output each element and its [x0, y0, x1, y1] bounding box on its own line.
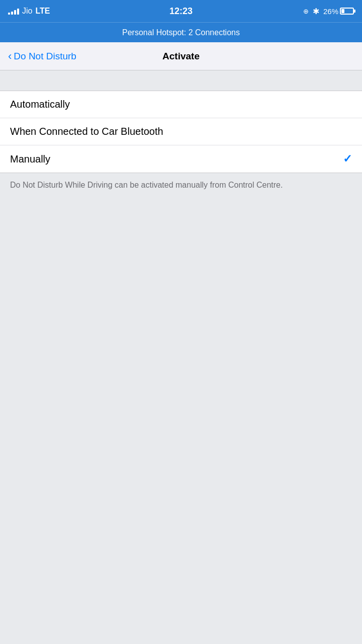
back-button[interactable]: ‹ Do Not Disturb: [8, 51, 76, 62]
option-automatically[interactable]: Automatically: [0, 91, 362, 118]
hotspot-bar: Personal Hotspot: 2 Connections: [0, 22, 362, 42]
description-text: Do Not Disturb While Driving can be acti…: [10, 181, 283, 189]
option-manually[interactable]: Manually ✓: [0, 145, 362, 173]
signal-bar-1: [8, 13, 10, 15]
signal-bar-4: [17, 9, 19, 15]
signal-bar-2: [11, 12, 13, 15]
section-gap-top: [0, 70, 362, 91]
page-title: Activate: [162, 51, 200, 62]
status-bar-left: Jio LTE: [8, 7, 50, 16]
description-area: Do Not Disturb While Driving can be acti…: [0, 173, 362, 199]
battery-container: 26%: [323, 7, 354, 16]
back-chevron-icon: ‹: [8, 51, 12, 62]
status-bar-right: ⊕ ✱ 26%: [303, 7, 354, 16]
selected-checkmark-icon: ✓: [343, 152, 352, 166]
battery-percent: 26%: [323, 7, 338, 16]
back-label: Do Not Disturb: [14, 51, 76, 62]
status-bar: Jio LTE 12:23 ⊕ ✱ 26%: [0, 0, 362, 22]
option-manually-label: Manually: [10, 153, 50, 165]
navigation-header: ‹ Do Not Disturb Activate: [0, 42, 362, 70]
bluetooth-icon: ✱: [313, 7, 319, 16]
options-list: Automatically When Connected to Car Blue…: [0, 91, 362, 173]
battery-icon: [340, 8, 354, 15]
option-automatically-label: Automatically: [10, 99, 70, 110]
network-label: LTE: [35, 7, 50, 16]
option-car-bluetooth-label: When Connected to Car Bluetooth: [10, 126, 163, 137]
option-car-bluetooth[interactable]: When Connected to Car Bluetooth: [0, 118, 362, 145]
signal-bars: [8, 8, 19, 15]
hotspot-text: Personal Hotspot: 2 Connections: [122, 28, 240, 37]
signal-bar-3: [14, 10, 16, 15]
battery-fill: [341, 9, 344, 13]
carrier-label: Jio: [22, 7, 32, 16]
main-content: Automatically When Connected to Car Blue…: [0, 70, 362, 473]
status-time: 12:23: [169, 6, 193, 17]
location-icon: ⊕: [303, 8, 309, 15]
